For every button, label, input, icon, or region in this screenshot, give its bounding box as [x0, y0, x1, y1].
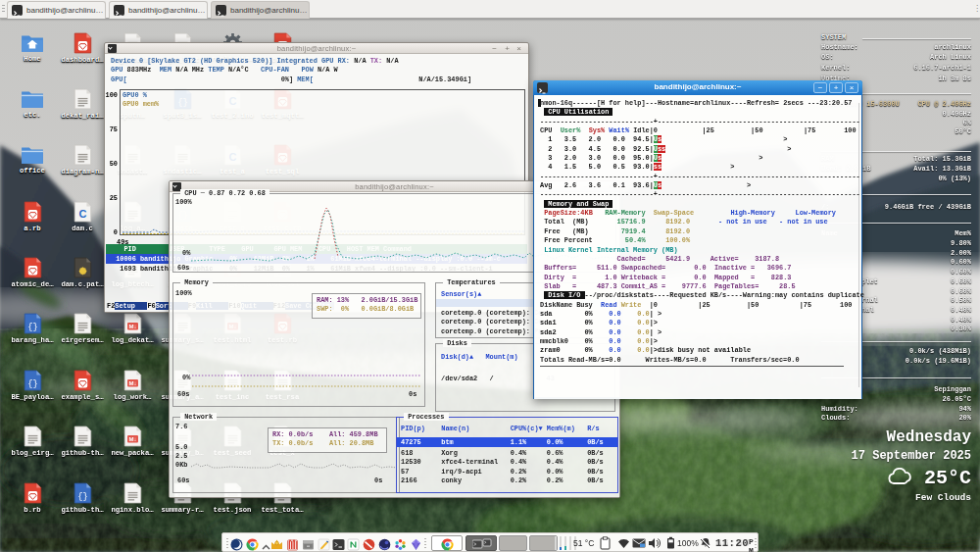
svg-text:M↓: M↓	[128, 436, 136, 442]
svg-text:M↓: M↓	[128, 324, 136, 329]
svg-text:{}: {}	[27, 323, 38, 332]
svg-text:C: C	[78, 208, 86, 220]
svg-text:{}: {}	[77, 492, 88, 502]
svg-text:{}: {}	[27, 379, 38, 389]
svg-text:M↓: M↓	[128, 380, 136, 386]
svg-text:✺: ✺	[78, 266, 87, 276]
